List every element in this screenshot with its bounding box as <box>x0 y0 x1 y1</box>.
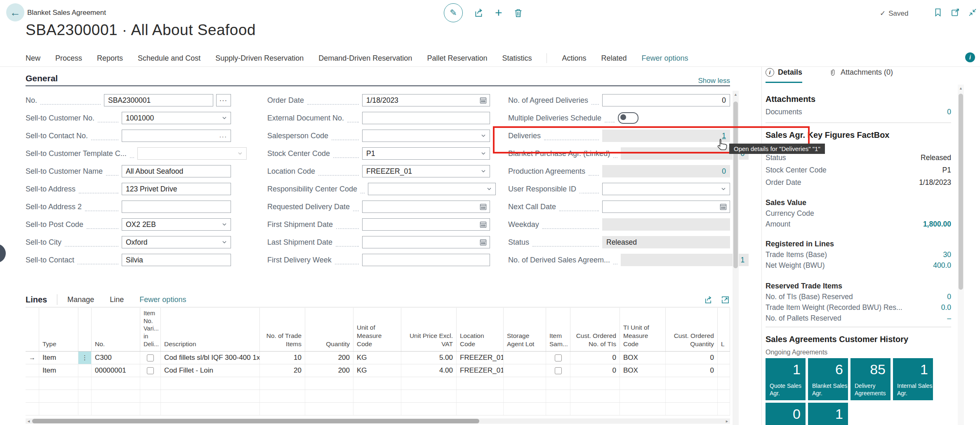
cell-item-sample[interactable] <box>546 364 570 377</box>
menu-supply-driven-reservation[interactable]: Supply-Driven Reservation <box>215 54 304 63</box>
row-value-link[interactable]: 0.0 <box>941 303 951 312</box>
col-header-unit-of-measure[interactable]: Unit of Measure Code <box>353 308 401 351</box>
ellipsis-icon[interactable]: ... <box>219 132 227 139</box>
share-button[interactable] <box>474 7 484 18</box>
calendar-icon[interactable] <box>719 203 727 211</box>
chevron-down-icon[interactable] <box>480 168 487 175</box>
row-value-link[interactable]: 30 <box>943 250 951 259</box>
chevron-down-icon[interactable] <box>221 114 228 122</box>
chevron-down-icon[interactable] <box>221 238 228 246</box>
external-document-no-input[interactable] <box>362 112 490 124</box>
cell-no[interactable]: C300 <box>92 352 140 364</box>
cell-unit-of-measure[interactable]: KG <box>353 364 401 377</box>
cue-quote-sales-agr[interactable]: 1 Quote Sales Agr. <box>766 358 806 400</box>
chevron-down-icon[interactable] <box>480 132 487 139</box>
info-icon[interactable]: i <box>965 52 975 62</box>
col-header-item-sample[interactable]: Item Sam... <box>546 308 570 351</box>
chevron-down-icon[interactable] <box>221 221 228 228</box>
documents-count-link[interactable]: 0 <box>947 108 951 116</box>
lines-share-button[interactable] <box>704 295 713 305</box>
field-value[interactable]: 0 <box>606 167 726 176</box>
menu-fewer-options[interactable]: Fewer options <box>642 54 688 63</box>
deliveries-field[interactable]: 1 <box>602 130 730 142</box>
col-header-description[interactable]: Description <box>161 308 260 351</box>
sell-to-address-2-input[interactable] <box>122 201 231 213</box>
deliveries-drilldown-link[interactable]: 1 <box>606 132 726 140</box>
cell-description[interactable]: Cod fillets sl/bl IQF 300-400 1x... <box>161 352 260 364</box>
collapse-button[interactable] <box>968 7 978 17</box>
cell-cust-ordered-quantity[interactable]: 0 <box>666 364 718 377</box>
col-header-cust-ordered-quantity[interactable]: Cust. Ordered Quantity <box>666 308 718 351</box>
cell-item-sample[interactable] <box>546 352 570 364</box>
cell-cust-ordered-quantity[interactable]: 0 <box>666 352 718 364</box>
cell-no-of-trade-items[interactable]: 20 <box>260 364 305 377</box>
cell-location-code[interactable]: FREEZER_01 <box>457 364 504 377</box>
lines-menu-manage[interactable]: Manage <box>67 295 94 304</box>
location-code-dropdown[interactable]: FREEZER_01 <box>362 165 490 177</box>
amount-link[interactable]: 1,800.00 <box>923 220 951 229</box>
cell-no[interactable]: 00000001 <box>92 364 140 377</box>
first-shipment-date-input[interactable] <box>362 218 490 231</box>
row-value-link[interactable]: 0 <box>947 293 951 301</box>
table-row-empty[interactable] <box>26 403 730 416</box>
cell-cust-ordered-tis[interactable]: 0 <box>570 352 620 364</box>
checkbox-unchecked[interactable] <box>147 354 154 361</box>
calendar-icon[interactable] <box>479 238 487 246</box>
scroll-right-arrow[interactable]: ► <box>725 418 729 424</box>
edit-button[interactable]: ✎ <box>444 3 463 22</box>
field-value[interactable]: 1 <box>625 256 744 264</box>
col-header-location-code[interactable]: Location Code <box>457 308 504 351</box>
show-less-link[interactable]: Show less <box>26 77 730 85</box>
scrollbar-thumb[interactable] <box>733 102 738 268</box>
cell-row-menu[interactable]: ⋮ <box>78 352 92 364</box>
chevron-down-icon[interactable] <box>720 185 727 193</box>
requested-delivery-date-input[interactable] <box>362 201 490 213</box>
menu-demand-driven-reservation[interactable]: Demand-Driven Reservation <box>318 54 412 63</box>
last-shipment-date-input[interactable] <box>362 236 490 248</box>
no-input[interactable]: SBA2300001 <box>104 94 213 106</box>
cell-allow-variance[interactable] <box>140 364 161 377</box>
responsibility-center-code-dropdown[interactable] <box>368 183 496 195</box>
menu-new[interactable]: New <box>26 54 40 63</box>
first-delivery-week-input[interactable] <box>362 254 490 266</box>
calendar-icon[interactable] <box>479 203 487 211</box>
floating-action-circle[interactable] <box>0 244 6 263</box>
cue-blanket-sales-agr[interactable]: 6 Blanket Sales Agr. <box>808 358 848 400</box>
sell-to-contact-no-input[interactable]: ... <box>122 130 231 142</box>
table-row[interactable]: Item 00000001 Cod Fillet - Loin 20 200 K… <box>26 364 730 377</box>
cell-ti-unit-of-measure[interactable]: BOX <box>620 364 666 377</box>
main-vertical-scrollbar[interactable]: ▲ <box>733 91 739 425</box>
scroll-up-arrow[interactable]: ▲ <box>958 86 964 90</box>
sell-to-contact-input[interactable]: Silvia <box>122 254 231 266</box>
cell-no-of-trade-items[interactable]: 10 <box>260 352 305 364</box>
cell-location-code[interactable]: FREEZER_01 <box>457 352 504 364</box>
lines-heading[interactable]: Lines <box>26 295 47 305</box>
sell-to-customer-no-dropdown[interactable]: 1001000 <box>122 112 231 124</box>
multiple-deliveries-schedule-toggle[interactable] <box>618 112 638 124</box>
no-of-agreed-deliveries-input[interactable]: 0 <box>602 94 730 106</box>
lines-menu-fewer-options[interactable]: Fewer options <box>139 295 186 304</box>
stock-center-code-dropdown[interactable]: P1 <box>362 147 490 160</box>
cell-row-menu[interactable] <box>78 364 92 377</box>
order-date-input[interactable]: 1/18/2023 <box>362 94 490 106</box>
col-header-unit-price[interactable]: Unit Price Excl. VAT <box>401 308 457 351</box>
cell-storage-agent-lot[interactable] <box>504 364 546 377</box>
cell-unit-price[interactable]: 5.00 <box>401 352 457 364</box>
scroll-up-arrow[interactable]: ▲ <box>733 92 739 97</box>
table-horizontal-scrollbar[interactable]: ◄ ► <box>26 418 730 424</box>
lines-expand-button[interactable] <box>721 295 730 305</box>
menu-process[interactable]: Process <box>55 54 82 63</box>
col-header-no[interactable]: No. <box>92 308 140 351</box>
tab-details[interactable]: i Details <box>766 68 802 83</box>
sell-to-city-dropdown[interactable]: Oxford <box>122 236 231 248</box>
bookmark-button[interactable] <box>933 7 943 17</box>
menu-schedule-and-cost[interactable]: Schedule and Cost <box>138 54 200 63</box>
menu-reports[interactable]: Reports <box>97 54 123 63</box>
row-value-link[interactable]: – <box>947 314 951 323</box>
col-header-quantity[interactable]: Quantity <box>305 308 353 351</box>
col-header-cust-ordered-tis[interactable]: Cust. Ordered No. of TIs <box>570 308 620 351</box>
scroll-left-arrow[interactable]: ◄ <box>27 418 31 424</box>
checkbox-unchecked[interactable] <box>147 367 154 374</box>
chevron-down-icon[interactable] <box>480 150 487 157</box>
row-value-link[interactable]: 400.0 <box>933 261 951 270</box>
